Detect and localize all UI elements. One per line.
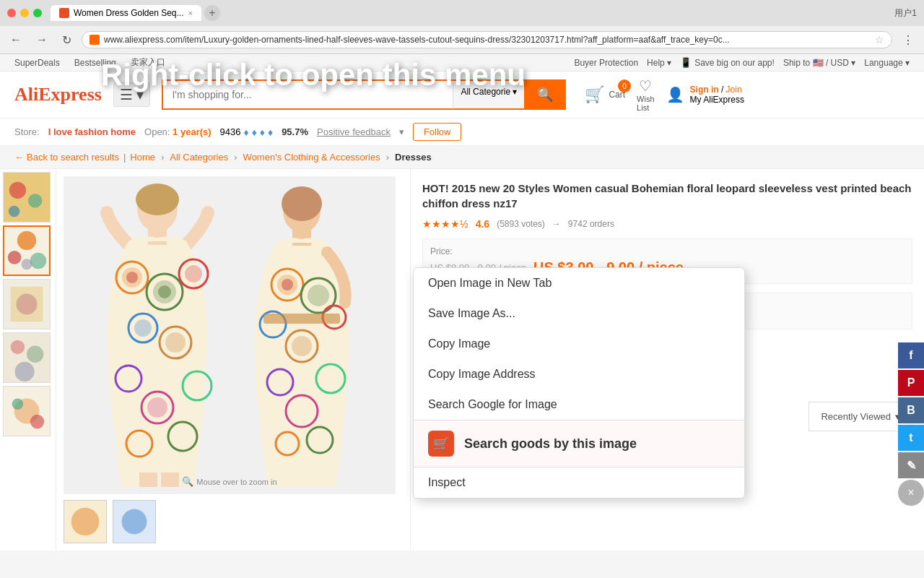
context-copy-image-address[interactable]: Copy Image Address [414,359,744,389]
context-copy-image[interactable]: Copy Image [414,329,744,359]
search-goods-icon: 🛒 [428,431,454,457]
context-menu-hint: Right-click to open this menu [101,58,526,92]
context-search-goods-by-image[interactable]: 🛒 Search goods by this image [414,420,744,467]
context-menu-overlay: Right-click to open this menu Open Image… [0,0,924,578]
context-inspect[interactable]: Inspect [414,467,744,498]
context-open-image-tab[interactable]: Open Image in New Tab [414,268,744,298]
context-menu: Open Image in New Tab Save Image As... C… [413,267,745,499]
context-search-google-image[interactable]: Search Google for Image [414,389,744,420]
search-goods-label: Search goods by this image [464,436,637,452]
context-save-image-as[interactable]: Save Image As... [414,298,744,329]
